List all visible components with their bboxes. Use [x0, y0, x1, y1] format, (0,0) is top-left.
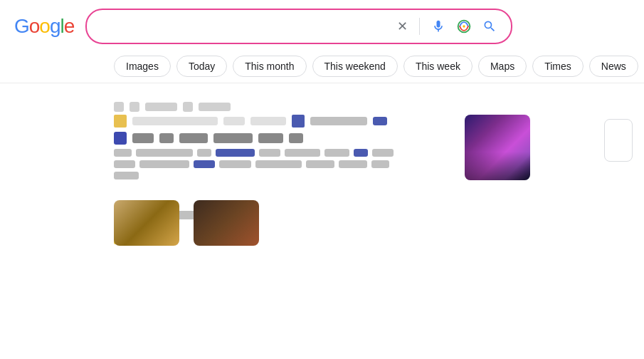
close-icon: ✕ [397, 19, 408, 34]
blurred-meta-5 [199, 103, 231, 111]
result-meta-1 [114, 102, 530, 112]
filter-images[interactable]: Images [114, 56, 171, 77]
thumbnail-overlay-1 [465, 152, 530, 180]
source-line-2 [223, 117, 245, 125]
snip2-7 [339, 160, 367, 168]
title-word-3 [159, 133, 174, 143]
snip2-8 [371, 160, 389, 168]
filter-this-week[interactable]: This week [403, 56, 473, 77]
logo-letter-g2: g [50, 15, 60, 38]
source-line-3 [250, 117, 286, 125]
snippet-5 [259, 149, 280, 157]
title-word-6 [258, 133, 283, 143]
results-area [0, 83, 644, 253]
filter-times[interactable]: Times [532, 56, 584, 77]
blurred-meta-4 [183, 102, 193, 112]
snippet-3 [197, 149, 211, 157]
title-word-5 [213, 133, 253, 143]
source-line-5 [310, 117, 367, 125]
bottom-thumbnails [114, 200, 259, 246]
logo-letter-g: G [14, 15, 29, 38]
logo-letter-e: e [64, 15, 75, 38]
search-submit-button[interactable] [480, 16, 500, 36]
source-line-4 [292, 115, 305, 128]
source-line-1 [132, 117, 218, 125]
result-card-1 [114, 115, 530, 192]
lens-search-button[interactable] [454, 16, 474, 36]
snip2-4 [219, 160, 251, 168]
google-logo[interactable]: Google [14, 15, 74, 38]
search-icon [482, 19, 497, 33]
snip2-1 [114, 160, 135, 168]
header: Google Club OR charity OR event Leatherh… [0, 0, 644, 53]
snippet-9 [372, 149, 394, 157]
filter-this-weekend[interactable]: This weekend [312, 56, 398, 77]
search-input[interactable]: Club OR charity OR event Leatherhead [98, 20, 389, 33]
search-bar-wrapper: Club OR charity OR event Leatherhead ✕ [85, 9, 512, 44]
filter-today[interactable]: Today [176, 56, 227, 77]
logo-letter-o1: o [29, 15, 40, 38]
snippet-8 [354, 149, 368, 157]
divider [419, 18, 420, 35]
filter-bar: Images Today This month This weekend Thi… [0, 53, 644, 83]
tag-1 [114, 172, 139, 180]
favicon-1 [114, 115, 127, 128]
bottom-thumb-1 [114, 200, 179, 246]
search-icons: ✕ [394, 16, 500, 37]
bottom-thumb-2 [194, 200, 259, 246]
blurred-meta-1 [114, 102, 124, 112]
filter-news[interactable]: News [589, 56, 638, 77]
lens-icon [457, 19, 471, 33]
title-word-4 [179, 133, 208, 143]
snippet-2 [136, 149, 193, 157]
filter-this-month[interactable]: This month [233, 56, 306, 77]
blurred-meta-2 [130, 102, 139, 112]
logo-letter-o2: o [39, 15, 50, 38]
filter-maps[interactable]: Maps [478, 56, 527, 77]
snippet-7 [324, 149, 349, 157]
result-text-1 [114, 115, 453, 180]
mic-icon [431, 19, 445, 33]
source-line-6 [373, 117, 387, 125]
clear-button[interactable]: ✕ [394, 16, 411, 37]
snip2-5 [255, 160, 302, 168]
search-bar: Club OR charity OR event Leatherhead ✕ [85, 9, 512, 44]
title-word-1 [114, 132, 127, 145]
svg-point-2 [463, 25, 465, 27]
snip2-3 [194, 160, 215, 168]
right-panel [604, 119, 633, 162]
snippet-1 [114, 149, 132, 157]
snip2-2 [139, 160, 189, 168]
result-thumbnail-1 [465, 115, 530, 180]
voice-search-button[interactable] [428, 16, 448, 36]
snip2-6 [306, 160, 334, 168]
title-word-2 [132, 133, 154, 143]
snippet-6 [285, 149, 320, 157]
blurred-meta-3 [145, 103, 177, 111]
snippet-4 [216, 149, 255, 157]
title-word-7 [289, 133, 303, 143]
